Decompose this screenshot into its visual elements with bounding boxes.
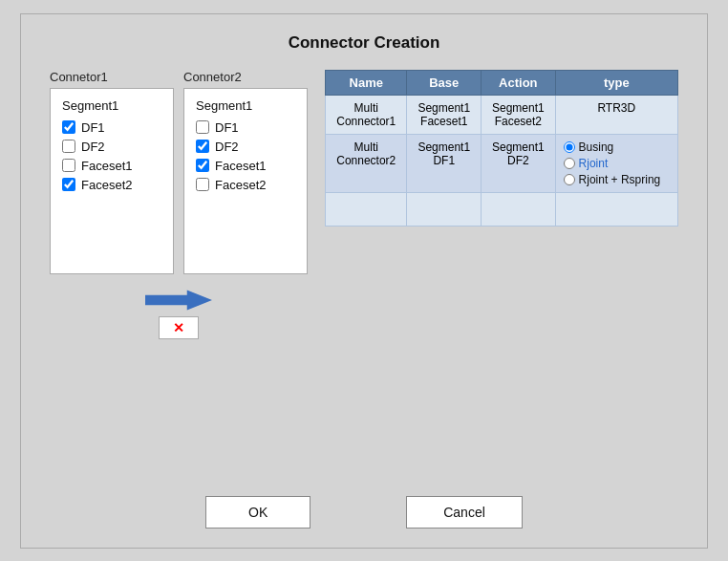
connector1-faceset2-checkbox[interactable]: [62, 178, 75, 191]
connector1-panel: Connetor1 Segment1 DF1 DF2 Faceset1: [50, 70, 174, 274]
dialog-title: Connector Creation: [289, 33, 440, 53]
svg-marker-0: [145, 290, 212, 310]
connectors-row: Connetor1 Segment1 DF1 DF2 Faceset1: [50, 70, 308, 274]
col-header-base: Base: [407, 70, 482, 95]
connector1-segment: Segment1: [62, 98, 161, 113]
connector2-segment: Segment1: [196, 98, 295, 113]
list-item: DF1: [62, 120, 161, 135]
connector1-label: Connetor1: [50, 70, 174, 84]
connector2-faceset2-checkbox[interactable]: [196, 178, 209, 191]
connector1-box: Segment1 DF1 DF2 Faceset1 Faceset2: [50, 88, 174, 274]
connector-table: Name Base Action type MultiConnector1 Se…: [325, 70, 678, 227]
main-area: Connetor1 Segment1 DF1 DF2 Faceset1: [50, 70, 678, 479]
connector2-df2-label: DF2: [215, 140, 239, 154]
empty-cell: [407, 192, 482, 226]
connector2-df2-checkbox[interactable]: [196, 140, 209, 153]
connector2-faceset2-label: Faceset2: [215, 178, 266, 192]
list-item: DF2: [62, 140, 161, 154]
row1-type: RTR3D: [555, 95, 677, 134]
connector2-faceset1-checkbox[interactable]: [196, 159, 209, 172]
list-item: Faceset2: [196, 178, 295, 192]
row1-action: Segment1Faceset2: [482, 95, 556, 134]
connector1-df2-label: DF2: [81, 140, 105, 154]
arrow-row: [50, 286, 308, 314]
delete-button-row: ✕: [50, 316, 308, 339]
radio-rjoint-rspring-label: Rjoint + Rspring: [579, 173, 661, 186]
connector1-df2-checkbox[interactable]: [62, 140, 75, 153]
connector2-faceset1-label: Faceset1: [215, 159, 266, 173]
table-row: MultiConnector2 Segment1DF1 Segment1DF2 …: [326, 134, 678, 192]
connector1-faceset1-checkbox[interactable]: [62, 159, 75, 172]
bottom-buttons: OK Cancel: [50, 496, 678, 529]
connector-creation-dialog: Connector Creation Connetor1 Segment1 DF…: [20, 13, 708, 549]
row2-name: MultiConnector2: [326, 134, 407, 192]
empty-cell: [555, 192, 677, 226]
delete-icon: ✕: [173, 320, 184, 335]
list-item: Faceset2: [62, 178, 161, 192]
table-row: MultiConnector1 Segment1Faceset1 Segment…: [326, 95, 678, 134]
row2-type: Busing Rjoint Rjoint + Rspring: [555, 134, 677, 192]
radio-busing-input[interactable]: [564, 141, 575, 153]
table-row-empty1: [326, 192, 678, 226]
radio-rjoint-rspring[interactable]: Rjoint + Rspring: [564, 173, 661, 186]
connector2-panel: Connetor2 Segment1 DF1 DF2 Faceset1: [183, 70, 308, 274]
list-item: DF2: [196, 140, 295, 154]
connector1-faceset1-label: Faceset1: [81, 159, 132, 173]
radio-rjoint-label: Rjoint: [579, 157, 609, 170]
radio-rjoint-input[interactable]: [564, 158, 575, 169]
delete-button[interactable]: ✕: [159, 316, 199, 339]
row2-base: Segment1DF1: [407, 134, 482, 192]
radio-busing-label: Busing: [579, 140, 614, 154]
radio-rjoint[interactable]: Rjoint: [564, 157, 609, 170]
col-header-name: Name: [326, 70, 407, 95]
right-section: Name Base Action type MultiConnector1 Se…: [325, 70, 678, 236]
connector1-faceset2-label: Faceset2: [81, 178, 132, 192]
list-item: DF1: [196, 120, 295, 135]
connector2-df1-label: DF1: [215, 120, 239, 135]
connector1-df1-checkbox[interactable]: [62, 120, 75, 134]
radio-busing[interactable]: Busing: [564, 140, 614, 154]
connector1-df1-label: DF1: [81, 120, 105, 135]
radio-rjoint-rspring-input[interactable]: [564, 174, 575, 185]
cancel-button[interactable]: Cancel: [406, 496, 523, 529]
row2-action: Segment1DF2: [482, 134, 556, 192]
connector2-df1-checkbox[interactable]: [196, 120, 209, 134]
type-radio-group: Busing Rjoint Rjoint + Rspring: [564, 140, 670, 186]
empty-cell: [326, 192, 407, 226]
connector2-label: Connetor2: [183, 70, 308, 84]
col-header-type: type: [555, 70, 677, 95]
ok-button[interactable]: OK: [205, 496, 310, 529]
list-item: Faceset1: [196, 159, 295, 173]
left-section: Connetor1 Segment1 DF1 DF2 Faceset1: [50, 70, 308, 339]
col-header-action: Action: [482, 70, 556, 95]
connector2-box: Segment1 DF1 DF2 Faceset1 Faceset2: [183, 88, 308, 274]
list-item: Faceset1: [62, 159, 161, 173]
right-arrow-icon: [145, 286, 212, 314]
row1-name: MultiConnector1: [326, 95, 407, 134]
row1-base: Segment1Faceset1: [407, 95, 482, 134]
empty-cell: [482, 192, 556, 226]
